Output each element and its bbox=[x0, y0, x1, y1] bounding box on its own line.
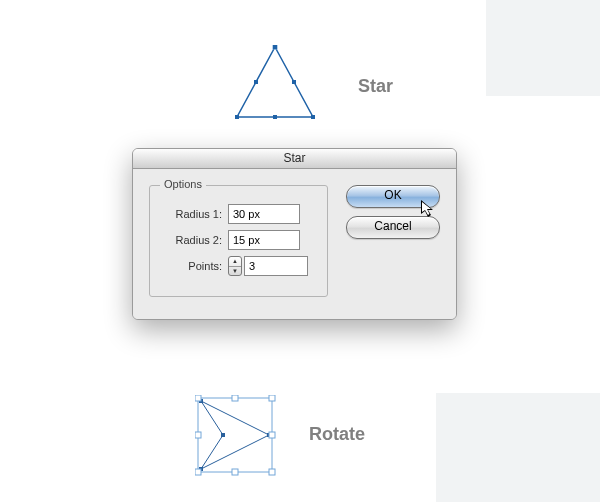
label-points: Points: bbox=[160, 260, 228, 272]
dialog-body: Options Radius 1: Radius 2: Points: ▲ ▼ … bbox=[133, 169, 456, 319]
svg-rect-14 bbox=[195, 395, 201, 401]
canvas-selected-triangle bbox=[233, 45, 318, 125]
row-points: Points: ▲ ▼ bbox=[160, 256, 317, 276]
svg-rect-5 bbox=[292, 80, 296, 84]
svg-rect-3 bbox=[235, 115, 239, 119]
svg-rect-19 bbox=[195, 469, 201, 475]
svg-rect-21 bbox=[269, 469, 275, 475]
svg-rect-4 bbox=[273, 115, 277, 119]
svg-rect-17 bbox=[195, 432, 201, 438]
input-radius1[interactable] bbox=[228, 204, 300, 224]
fieldset-legend: Options bbox=[160, 178, 206, 190]
points-stepper[interactable]: ▲ ▼ bbox=[228, 256, 242, 276]
stepper-up-icon[interactable]: ▲ bbox=[229, 257, 241, 267]
canvas-rotated-shape bbox=[195, 395, 277, 480]
svg-rect-15 bbox=[232, 395, 238, 401]
stepper-down-icon[interactable]: ▼ bbox=[229, 267, 241, 276]
label-rotate: Rotate bbox=[309, 424, 365, 445]
triangle-shape bbox=[237, 47, 313, 117]
arrow-shape bbox=[201, 401, 269, 469]
row-radius1: Radius 1: bbox=[160, 204, 317, 224]
label-star: Star bbox=[358, 76, 393, 97]
row-radius2: Radius 2: bbox=[160, 230, 317, 250]
star-dialog: Star Options Radius 1: Radius 2: Points:… bbox=[132, 148, 457, 320]
svg-rect-20 bbox=[232, 469, 238, 475]
dialog-buttons: OK Cancel bbox=[328, 185, 440, 297]
svg-rect-16 bbox=[269, 395, 275, 401]
input-points[interactable] bbox=[244, 256, 308, 276]
bg-patch bbox=[486, 0, 600, 96]
svg-rect-2 bbox=[311, 115, 315, 119]
cancel-button[interactable]: Cancel bbox=[346, 216, 440, 239]
dialog-title: Star bbox=[133, 149, 456, 169]
options-fieldset: Options Radius 1: Radius 2: Points: ▲ ▼ bbox=[149, 185, 328, 297]
svg-rect-1 bbox=[273, 45, 277, 49]
input-radius2[interactable] bbox=[228, 230, 300, 250]
bg-patch bbox=[436, 393, 600, 502]
label-radius2: Radius 2: bbox=[160, 234, 228, 246]
svg-rect-6 bbox=[254, 80, 258, 84]
ok-button[interactable]: OK bbox=[346, 185, 440, 208]
svg-rect-18 bbox=[269, 432, 275, 438]
svg-rect-9 bbox=[198, 398, 272, 472]
svg-rect-13 bbox=[221, 433, 225, 437]
label-radius1: Radius 1: bbox=[160, 208, 228, 220]
